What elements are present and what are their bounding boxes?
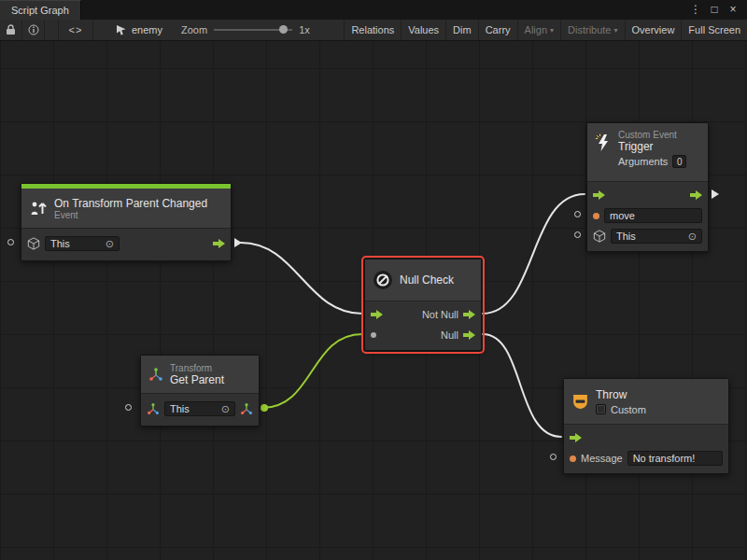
message-label: Message (581, 453, 623, 464)
message-in-port[interactable] (570, 455, 576, 462)
node-title: Trigger (618, 140, 686, 153)
value-in-port[interactable] (371, 332, 376, 338)
wire-notnull-to-customevent (483, 194, 585, 314)
zoom-value: 1x (299, 24, 310, 35)
transform-parent-changed-icon (29, 200, 48, 217)
wire-null-to-throw (483, 334, 561, 437)
node-title: On Transform Parent Changed (54, 197, 207, 210)
node-header: Null Check (365, 259, 481, 301)
carry-button[interactable]: Carry (478, 20, 517, 40)
arguments-label: Arguments (618, 156, 668, 167)
node-custom-event-trigger[interactable]: Custom Event Trigger Arguments 0 (586, 122, 709, 252)
fullscreen-button[interactable]: Full Screen (681, 20, 747, 40)
wire-getparent-to-nullcheck (262, 334, 362, 408)
name-in-port[interactable] (593, 213, 599, 219)
flow-in-port-icon[interactable] (371, 310, 383, 319)
distribute-button[interactable]: Distribute▾ (560, 20, 624, 40)
flow-in-port-icon[interactable] (570, 433, 582, 442)
target-object-field[interactable]: This ⊙ (45, 236, 120, 251)
overview-button[interactable]: Overview (625, 20, 682, 40)
node-header: On Transform Parent Changed Event (21, 189, 231, 228)
info-button[interactable] (22, 20, 45, 40)
node-on-transform-parent-changed[interactable]: On Transform Parent Changed Event This ⊙ (21, 183, 232, 261)
info-icon (28, 24, 39, 35)
flow-out-port-icon[interactable] (213, 239, 225, 248)
message-field[interactable]: No transform! (627, 451, 723, 466)
align-button[interactable]: Align▾ (517, 20, 560, 40)
node-header: Custom Event Trigger Arguments 0 (587, 123, 708, 181)
node-null-check[interactable]: Null Check Not Null (364, 259, 482, 351)
zoom-handle[interactable] (279, 25, 288, 34)
window-controls: ⋮ □ × (687, 0, 747, 20)
pointer-icon (116, 24, 127, 35)
target-object-field[interactable]: This ⊙ (611, 229, 702, 244)
tab-bar: Script Graph ⋮ □ × (0, 0, 747, 20)
event-target-outer-port[interactable] (7, 239, 14, 245)
object-picker-icon[interactable]: ⊙ (221, 404, 230, 414)
graph-toolbar: <> enemy Zoom 1x Relations Values Dim Ca… (0, 20, 747, 41)
node-title: Throw (596, 388, 646, 401)
custom-checkbox[interactable] (596, 404, 606, 414)
throw-message-outer-port[interactable] (550, 454, 557, 460)
code-icon: <> (69, 24, 83, 35)
customevent-flow-outer-port[interactable] (712, 189, 719, 199)
node-get-parent[interactable]: Transform Get Parent This (140, 355, 260, 427)
gameobject-cube-icon (27, 237, 40, 250)
parent-out-port-icon[interactable] (240, 402, 253, 415)
event-flow-outer-port[interactable] (234, 238, 242, 247)
node-category: Custom Event (618, 130, 686, 140)
kebab-menu-icon[interactable]: ⋮ (687, 0, 704, 20)
null-label: Null (441, 329, 458, 341)
transform-icon (148, 367, 163, 382)
not-null-out-port-icon[interactable] (463, 310, 475, 319)
target-object-field[interactable]: This ⊙ (164, 401, 235, 416)
node-category: Transform (170, 363, 224, 373)
event-name-field[interactable]: move (604, 208, 702, 223)
tab-label: Script Graph (11, 5, 69, 16)
node-throw[interactable]: Throw Custom Message No (563, 378, 729, 474)
graph-name: enemy (132, 24, 162, 35)
toolbar-buttons: Relations Values Dim Carry Align▾ Distri… (344, 20, 747, 40)
close-icon[interactable]: × (725, 0, 741, 20)
flow-in-port-icon[interactable] (593, 190, 605, 200)
customevent-name-outer-port[interactable] (574, 211, 581, 217)
node-header: Throw Custom (564, 379, 728, 424)
green-wire-endpoint (261, 404, 268, 412)
dim-button[interactable]: Dim (445, 20, 478, 40)
custom-checkbox-label: Custom (611, 404, 646, 415)
tab-script-graph[interactable]: Script Graph (0, 0, 81, 20)
graph-name-chip: enemy (116, 24, 162, 35)
wire-event-to-nullcheck (241, 243, 362, 314)
zoom-control: Zoom 1x (181, 24, 310, 35)
zoom-label: Zoom (181, 24, 207, 35)
graph-canvas[interactable]: On Transform Parent Changed Event This ⊙ (0, 41, 747, 560)
chevron-down-icon: ▾ (614, 26, 618, 35)
arguments-count-field[interactable]: 0 (672, 155, 686, 168)
object-picker-icon[interactable]: ⊙ (688, 231, 697, 242)
lock-icon (6, 24, 16, 35)
node-header: Transform Get Parent (141, 356, 259, 393)
node-title: Get Parent (170, 373, 224, 386)
customevent-target-outer-port[interactable] (574, 231, 581, 238)
relations-button[interactable]: Relations (344, 20, 401, 40)
flow-out-port-icon[interactable] (690, 190, 702, 200)
null-out-port-icon[interactable] (463, 330, 475, 340)
node-title: Null Check (400, 273, 454, 287)
not-null-label: Not Null (422, 309, 458, 320)
getparent-target-outer-port[interactable] (125, 404, 132, 411)
object-picker-icon[interactable]: ⊙ (106, 239, 114, 249)
zoom-slider[interactable] (214, 29, 292, 31)
node-subtitle: Event (54, 210, 207, 220)
unity-visual-scripting-window: Script Graph ⋮ □ × <> enemy Zoom 1x (0, 0, 747, 560)
lock-button[interactable] (0, 20, 22, 40)
null-check-icon (373, 270, 393, 290)
gameobject-cube-icon (593, 230, 606, 243)
transform-port-icon[interactable] (147, 402, 160, 415)
code-view-button[interactable]: <> (58, 20, 93, 40)
chevron-down-icon: ▾ (550, 26, 554, 35)
throw-exception-icon (571, 393, 589, 411)
custom-event-icon (595, 133, 612, 152)
maximize-icon[interactable]: □ (706, 0, 723, 20)
values-button[interactable]: Values (401, 20, 445, 40)
